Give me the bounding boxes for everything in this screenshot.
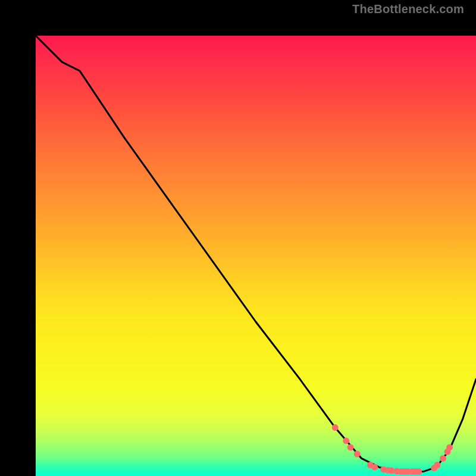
watermark-text: TheBottleneck.com [352, 2, 464, 16]
curve-marker [440, 455, 446, 462]
curve-marker [434, 462, 440, 468]
curve-markers [332, 424, 453, 475]
curve-marker [371, 464, 378, 471]
curve-marker [332, 424, 339, 431]
curve-marker [415, 468, 422, 475]
chart-svg [36, 36, 476, 476]
plot-area [36, 36, 476, 476]
curve-marker [354, 451, 361, 458]
curve-marker [347, 444, 354, 450]
bottleneck-curve [36, 36, 476, 472]
curve-marker [446, 444, 453, 450]
curve-marker [343, 437, 349, 444]
chart-frame [0, 0, 476, 476]
